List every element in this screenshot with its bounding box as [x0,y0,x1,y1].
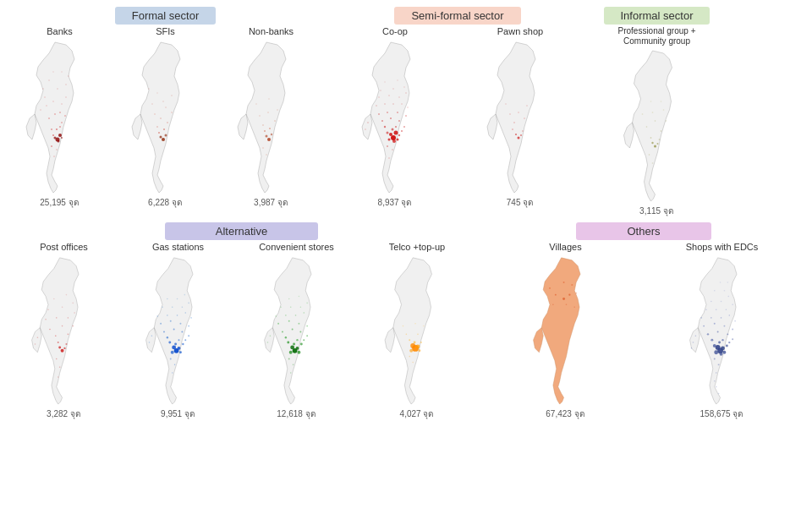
alternative-maps: Post offices [7,242,476,420]
pawnshop-label: Pawn shop [497,26,543,38]
villages-map [494,254,638,406]
map-telco: Telco +top-up [358,242,476,420]
svg-point-180 [184,294,185,296]
map-sfis: SFIs [112,26,218,209]
map-convstores: Convenient stores [235,242,358,420]
svg-point-29 [53,156,55,157]
svg-point-69 [383,126,385,128]
svg-point-70 [395,126,397,128]
svg-point-128 [63,347,65,349]
svg-point-1 [58,134,62,137]
svg-point-68 [398,134,399,136]
svg-point-118 [665,120,667,122]
svg-point-189 [288,351,292,354]
svg-point-213 [288,298,289,300]
svg-point-273 [732,304,733,306]
svg-point-12 [64,115,66,117]
coop-svg [338,38,453,194]
svg-point-60 [391,135,396,140]
svg-point-74 [398,120,400,122]
svg-point-86 [388,95,390,96]
svg-point-95 [392,149,393,150]
svg-point-205 [275,315,277,317]
svg-point-87 [398,96,400,98]
svg-point-253 [718,342,721,344]
professional-count: 3,115 จุด [639,205,674,217]
svg-point-284 [713,380,715,382]
svg-point-191 [293,343,295,346]
svg-point-100 [515,134,517,135]
svg-point-2 [54,137,57,139]
svg-point-254 [710,339,713,342]
bottom-row: Alternative Post offices [7,222,805,420]
svg-point-190 [297,351,300,354]
svg-point-25 [52,71,54,73]
svg-point-90 [392,88,394,90]
edcs-count: 158,675 จุด [700,407,744,420]
telco-label: Telco +top-up [389,242,445,254]
svg-point-113 [650,137,651,139]
svg-point-117 [654,120,656,122]
svg-point-281 [713,358,715,360]
svg-point-264 [732,329,733,331]
svg-point-30 [162,138,165,141]
telco-svg [365,254,470,406]
alternative-header: Alternative [165,222,318,240]
sfis-svg [117,38,214,194]
svg-point-135 [72,325,74,327]
svg-point-108 [526,105,528,107]
svg-point-58 [262,147,264,149]
svg-point-75 [403,126,405,128]
svg-point-77 [387,112,388,113]
svg-point-13 [61,122,63,123]
svg-point-212 [306,303,308,304]
svg-point-260 [732,338,733,340]
svg-point-67 [386,132,388,134]
svg-point-262 [713,323,715,325]
svg-point-101 [520,134,522,136]
telco-count: 4,027 จุด [400,407,435,420]
villages-svg [494,254,638,406]
svg-point-73 [390,118,392,119]
svg-point-18 [44,96,46,98]
svg-point-175 [171,306,173,308]
svg-point-121 [662,109,664,111]
svg-point-274 [710,301,712,303]
svg-point-283 [715,372,716,374]
svg-point-99 [517,137,519,139]
svg-point-215 [288,358,289,360]
svg-point-35 [156,126,158,128]
svg-point-137 [55,317,57,319]
svg-point-237 [554,294,556,296]
pawnshop-svg [464,38,578,194]
svg-point-225 [413,342,415,344]
formal-sector-header: Formal sector [115,7,216,25]
svg-point-141 [61,306,63,308]
svg-point-183 [171,372,173,374]
map-edcs: Shops with EDCs [644,242,800,420]
svg-point-256 [728,342,730,343]
svg-point-288 [692,342,694,343]
svg-point-16 [61,103,63,105]
svg-point-64 [387,139,390,141]
svg-point-201 [277,323,279,325]
svg-point-92 [384,81,386,83]
svg-point-82 [392,103,394,105]
svg-point-170 [167,314,168,316]
svg-point-91 [403,86,405,88]
top-row: Formal sector Banks [7,7,805,217]
convstores-count: 12,618 จุด [277,407,315,420]
banks-count: 25,195 จุด [40,196,79,209]
svg-point-115 [660,130,661,132]
nonbanks-label: Non-banks [249,26,294,38]
svg-point-22 [65,84,67,85]
svg-point-145 [55,358,57,360]
villages-count: 67,423 จุด [546,407,584,420]
map-villages: Villages [487,242,644,420]
svg-point-123 [660,101,661,102]
svg-point-114 [658,139,660,140]
svg-point-263 [723,325,725,327]
svg-point-259 [727,333,728,335]
svg-point-192 [287,342,289,344]
svg-point-38 [154,113,156,115]
